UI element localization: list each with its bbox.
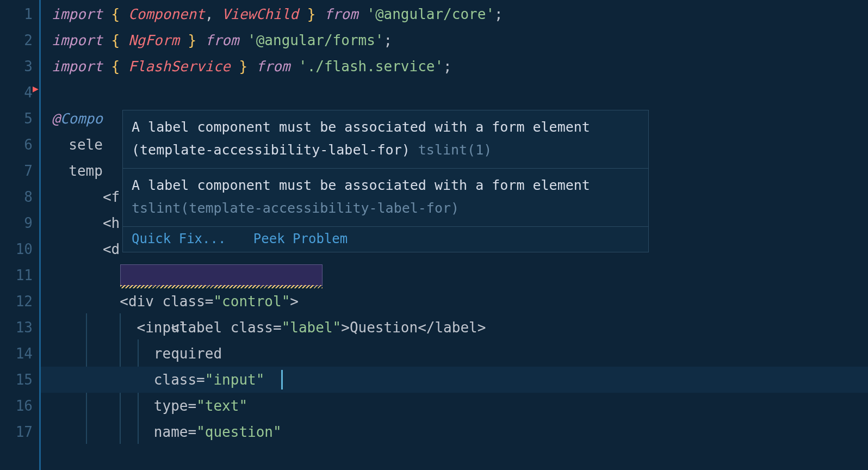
line-number: 17 xyxy=(0,419,33,445)
peek-problem-link[interactable]: Peek Problem xyxy=(253,231,348,246)
line-number: 11 xyxy=(0,262,33,288)
line-number: 8 xyxy=(0,184,33,210)
code-line[interactable]: <label class="label">Question</label> xyxy=(41,262,868,288)
fold-chevron-icon[interactable]: ▶ xyxy=(33,83,39,94)
line-number: 10 xyxy=(0,236,33,262)
code-line[interactable]: type="text" xyxy=(41,393,868,419)
line-number: 16 xyxy=(0,393,33,419)
line-number-gutter: 1 2 3 4 5 6 7 8 9 10 11 12 13 14 15 16 1… xyxy=(0,0,39,470)
line-number: 5 xyxy=(0,106,33,132)
code-line[interactable]: name="question" xyxy=(41,419,868,445)
line-number: 13 xyxy=(0,314,33,341)
line-number: 12 xyxy=(0,288,33,314)
line-number: 7 xyxy=(0,158,33,184)
line-number: 4 xyxy=(0,79,33,106)
line-number: 3 xyxy=(0,53,33,79)
code-line[interactable]: import { Component, ViewChild } from '@a… xyxy=(41,1,868,27)
line-number: 1 xyxy=(0,1,33,27)
tooltip-actions: Quick Fix... Peek Problem xyxy=(123,227,648,252)
code-line[interactable]: import { NgForm } from '@angular/forms'; xyxy=(41,27,868,53)
code-line-active[interactable]: class="input" xyxy=(41,367,868,393)
code-line[interactable]: required xyxy=(41,341,868,367)
line-number: 9 xyxy=(0,210,33,236)
tooltip-message: A label component must be associated wit… xyxy=(123,169,648,227)
warning-highlight xyxy=(120,264,323,286)
quick-fix-link[interactable]: Quick Fix... xyxy=(132,231,226,246)
line-number: 6 xyxy=(0,132,33,158)
line-number: 14 xyxy=(0,341,33,367)
line-number: 2 xyxy=(0,27,33,53)
code-line[interactable] xyxy=(41,79,868,106)
code-line[interactable]: <input xyxy=(41,314,868,341)
tooltip-message: A label component must be associated wit… xyxy=(123,110,648,169)
text-cursor xyxy=(281,370,283,389)
code-line[interactable]: <div class="control"> xyxy=(41,288,868,314)
problem-hover-tooltip: A label component must be associated wit… xyxy=(122,110,649,252)
code-line[interactable]: import { FlashService } from './flash.se… xyxy=(41,53,868,79)
line-number: 15 xyxy=(0,367,33,393)
